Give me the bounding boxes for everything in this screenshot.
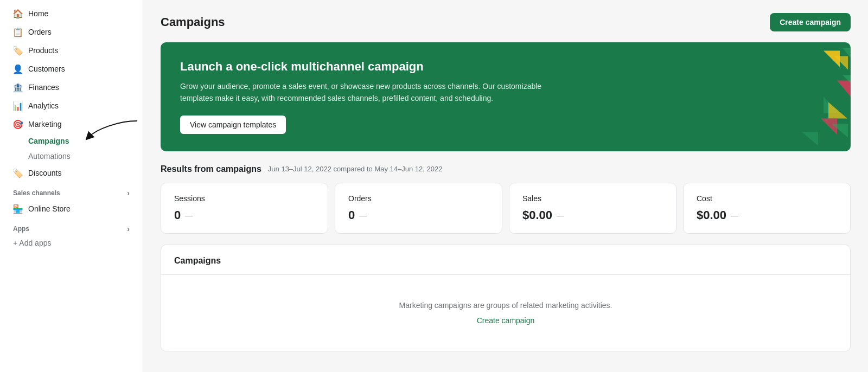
sidebar-item-label: Discounts — [28, 169, 61, 177]
metric-label-cost: Cost — [697, 194, 837, 203]
sidebar-sub-item-label: Campaigns — [28, 137, 69, 145]
sidebar-item-label: Orders — [28, 28, 52, 36]
sidebar-item-home[interactable]: 🏠 Home — [4, 4, 138, 23]
metric-value-row-sessions: 0 — — [174, 208, 315, 222]
metric-value-orders: 0 — [348, 208, 355, 222]
sidebar-item-marketing[interactable]: 🎯 Marketing — [4, 115, 138, 133]
sidebar-item-label: Finances — [28, 83, 59, 92]
sidebar-item-automations[interactable]: Automations — [4, 149, 138, 164]
apps-label: Apps — [13, 225, 29, 233]
sidebar: 🏠 Home 📋 Orders 🏷️ Products 👤 Customers … — [0, 0, 143, 372]
metric-value-cost: $0.00 — [697, 208, 726, 222]
campaigns-empty-state: Marketing campaigns are groups of relate… — [161, 275, 850, 351]
metric-change-orders: — — [359, 211, 367, 220]
sidebar-item-label: Marketing — [28, 120, 61, 129]
sidebar-item-finances[interactable]: 🏦 Finances — [4, 78, 138, 97]
campaigns-card: Campaigns Marketing campaigns are groups… — [161, 245, 851, 351]
metric-label-sessions: Sessions — [174, 194, 315, 203]
products-icon: 🏷️ — [13, 46, 23, 55]
chevron-right-icon: › — [127, 189, 130, 197]
sidebar-item-label: Home — [28, 9, 48, 18]
metrics-grid: Sessions 0 — Orders 0 — Sales $0.00 — Co… — [161, 183, 851, 234]
analytics-icon: 📊 — [13, 101, 23, 111]
metric-label-sales: Sales — [522, 194, 663, 203]
create-campaign-button[interactable]: Create campaign — [770, 13, 851, 31]
metric-value-row-sales: $0.00 — — [522, 208, 663, 222]
metric-value-sessions: 0 — [174, 208, 181, 222]
apps-section: Apps › — [0, 218, 143, 235]
sidebar-item-analytics[interactable]: 📊 Analytics — [4, 97, 138, 115]
metric-value-row-cost: $0.00 — — [697, 208, 837, 222]
sidebar-item-customers[interactable]: 👤 Customers — [4, 60, 138, 78]
results-date-range: Jun 13–Jul 12, 2022 compared to May 14–J… — [268, 165, 443, 173]
customers-icon: 👤 — [13, 64, 23, 74]
metric-card-sessions: Sessions 0 — — [161, 183, 328, 234]
campaigns-empty-text: Marketing campaigns are groups of relate… — [174, 301, 837, 310]
marketing-icon: 🎯 — [13, 119, 23, 129]
metric-label-orders: Orders — [348, 194, 489, 203]
sidebar-item-orders[interactable]: 📋 Orders — [4, 23, 138, 41]
svg-marker-9 — [802, 132, 818, 145]
results-title: Results from campaigns — [161, 164, 261, 174]
campaigns-card-title: Campaigns — [174, 256, 221, 265]
sales-channels-section: Sales channels › — [0, 182, 143, 200]
svg-marker-3 — [837, 80, 851, 97]
home-icon: 🏠 — [13, 9, 23, 18]
banner-description: Grow your audience, promote a sales even… — [180, 80, 571, 105]
main-content: Campaigns Create campaign Launch a one-c… — [143, 0, 868, 372]
sidebar-item-campaigns[interactable]: Campaigns — [4, 133, 138, 149]
sidebar-item-label: Analytics — [28, 101, 59, 110]
metric-value-sales: $0.00 — [522, 208, 552, 222]
finances-icon: 🏦 — [13, 82, 23, 92]
metric-value-row-orders: 0 — — [348, 208, 489, 222]
campaigns-card-header: Campaigns — [161, 245, 850, 275]
metric-card-sales: Sales $0.00 — — [509, 183, 676, 234]
sidebar-item-label: Online Store — [28, 204, 71, 213]
sidebar-item-online-store[interactable]: 🏪 Online Store — [4, 200, 138, 218]
metric-card-orders: Orders 0 — — [335, 183, 502, 234]
add-apps-label: + Add apps — [13, 239, 51, 247]
svg-marker-6 — [828, 102, 847, 118]
sidebar-item-discounts[interactable]: 🏷️ Discounts — [4, 164, 138, 182]
sidebar-sub-item-label: Automations — [28, 152, 71, 161]
page-header: Campaigns Create campaign — [161, 13, 851, 31]
banner-decoration — [731, 42, 851, 151]
promo-banner: Launch a one-click multichannel campaign… — [161, 42, 851, 151]
orders-icon: 📋 — [13, 27, 23, 37]
results-header: Results from campaigns Jun 13–Jul 12, 20… — [161, 164, 851, 174]
metric-change-sessions: — — [185, 211, 193, 220]
sidebar-item-products[interactable]: 🏷️ Products — [4, 41, 138, 60]
sidebar-item-label: Products — [28, 46, 58, 55]
metric-change-sales: — — [557, 211, 564, 220]
svg-marker-7 — [821, 118, 837, 134]
add-apps-item[interactable]: + Add apps — [4, 235, 138, 251]
discounts-icon: 🏷️ — [13, 168, 23, 178]
metric-change-cost: — — [731, 211, 738, 220]
online-store-icon: 🏪 — [13, 204, 23, 214]
page-title: Campaigns — [161, 15, 225, 29]
create-campaign-link[interactable]: Create campaign — [477, 316, 535, 325]
sidebar-item-label: Customers — [28, 65, 65, 73]
chevron-right-icon-apps: › — [127, 225, 130, 233]
view-templates-button[interactable]: View campaign templates — [180, 116, 286, 134]
sales-channels-label: Sales channels — [13, 189, 60, 197]
metric-card-cost: Cost $0.00 — — [683, 183, 851, 234]
